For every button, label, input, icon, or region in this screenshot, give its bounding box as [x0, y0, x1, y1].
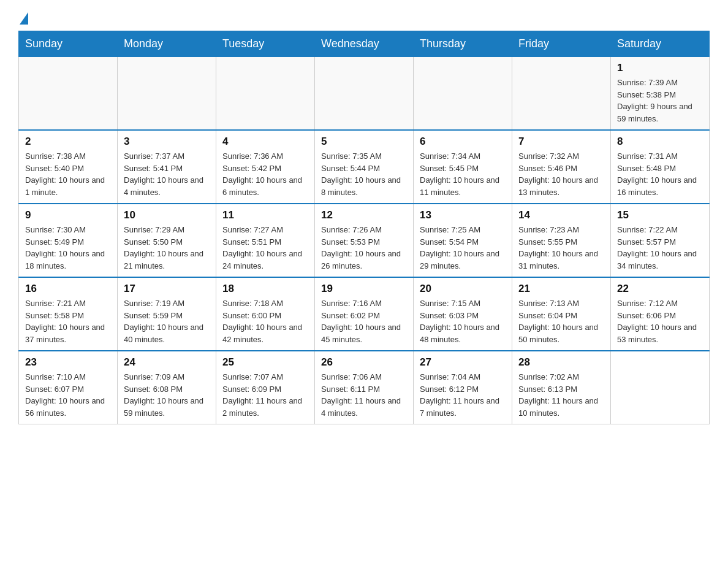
calendar-cell: 24Sunrise: 7:09 AM Sunset: 6:08 PM Dayli…: [118, 351, 216, 424]
calendar-cell: 27Sunrise: 7:04 AM Sunset: 6:12 PM Dayli…: [414, 351, 512, 424]
calendar-week-1: 1Sunrise: 7:39 AM Sunset: 5:38 PM Daylig…: [19, 57, 710, 131]
day-number: 21: [518, 283, 604, 295]
day-info: Sunrise: 7:09 AM Sunset: 6:08 PM Dayligh…: [124, 371, 210, 419]
calendar-cell: 13Sunrise: 7:25 AM Sunset: 5:54 PM Dayli…: [414, 204, 512, 277]
calendar-cell: 3Sunrise: 7:37 AM Sunset: 5:41 PM Daylig…: [118, 130, 216, 204]
calendar-cell: 21Sunrise: 7:13 AM Sunset: 6:04 PM Dayli…: [512, 277, 611, 351]
calendar-cell: 26Sunrise: 7:06 AM Sunset: 6:11 PM Dayli…: [315, 351, 414, 424]
weekday-header-sunday: Sunday: [19, 31, 118, 57]
day-number: 1: [617, 62, 703, 74]
calendar-cell: 6Sunrise: 7:34 AM Sunset: 5:45 PM Daylig…: [414, 130, 512, 204]
day-info: Sunrise: 7:04 AM Sunset: 6:12 PM Dayligh…: [420, 371, 506, 419]
day-number: 14: [518, 209, 604, 221]
weekday-header-thursday: Thursday: [414, 31, 512, 57]
calendar-cell: 1Sunrise: 7:39 AM Sunset: 5:38 PM Daylig…: [611, 57, 710, 131]
day-info: Sunrise: 7:19 AM Sunset: 5:59 PM Dayligh…: [124, 297, 210, 345]
weekday-header-monday: Monday: [118, 31, 216, 57]
calendar-cell: 28Sunrise: 7:02 AM Sunset: 6:13 PM Dayli…: [512, 351, 611, 424]
day-number: 17: [124, 283, 210, 295]
calendar-cell: 14Sunrise: 7:23 AM Sunset: 5:55 PM Dayli…: [512, 204, 611, 277]
day-info: Sunrise: 7:18 AM Sunset: 6:00 PM Dayligh…: [222, 297, 308, 345]
day-number: 2: [25, 136, 111, 148]
weekday-header-saturday: Saturday: [611, 31, 710, 57]
day-info: Sunrise: 7:39 AM Sunset: 5:38 PM Dayligh…: [617, 77, 703, 124]
day-info: Sunrise: 7:35 AM Sunset: 5:44 PM Dayligh…: [321, 150, 407, 198]
day-info: Sunrise: 7:32 AM Sunset: 5:46 PM Dayligh…: [518, 150, 604, 198]
calendar-cell: [414, 57, 512, 131]
calendar-table: SundayMondayTuesdayWednesdayThursdayFrid…: [18, 31, 710, 424]
day-number: 27: [420, 356, 506, 369]
day-number: 3: [124, 136, 210, 148]
day-info: Sunrise: 7:38 AM Sunset: 5:40 PM Dayligh…: [25, 150, 111, 198]
day-info: Sunrise: 7:12 AM Sunset: 6:06 PM Dayligh…: [617, 297, 703, 345]
calendar-cell: 11Sunrise: 7:27 AM Sunset: 5:51 PM Dayli…: [216, 204, 315, 277]
day-number: 13: [420, 209, 506, 221]
day-info: Sunrise: 7:25 AM Sunset: 5:54 PM Dayligh…: [420, 224, 506, 272]
calendar-cell: 2Sunrise: 7:38 AM Sunset: 5:40 PM Daylig…: [19, 130, 118, 204]
calendar-cell: 22Sunrise: 7:12 AM Sunset: 6:06 PM Dayli…: [611, 277, 710, 351]
calendar-week-3: 9Sunrise: 7:30 AM Sunset: 5:49 PM Daylig…: [19, 204, 710, 277]
calendar-cell: [611, 351, 710, 424]
day-number: 23: [25, 356, 111, 369]
day-number: 20: [420, 283, 506, 295]
day-info: Sunrise: 7:10 AM Sunset: 6:07 PM Dayligh…: [25, 371, 111, 419]
calendar-cell: [315, 57, 414, 131]
weekday-header-friday: Friday: [512, 31, 611, 57]
day-info: Sunrise: 7:30 AM Sunset: 5:49 PM Dayligh…: [25, 224, 111, 272]
logo-arrow-icon: [20, 12, 28, 25]
calendar-cell: 7Sunrise: 7:32 AM Sunset: 5:46 PM Daylig…: [512, 130, 611, 204]
calendar-cell: 5Sunrise: 7:35 AM Sunset: 5:44 PM Daylig…: [315, 130, 414, 204]
day-number: 8: [617, 136, 703, 148]
weekday-header-tuesday: Tuesday: [216, 31, 315, 57]
day-number: 4: [222, 136, 308, 148]
calendar-cell: 20Sunrise: 7:15 AM Sunset: 6:03 PM Dayli…: [414, 277, 512, 351]
calendar-week-5: 23Sunrise: 7:10 AM Sunset: 6:07 PM Dayli…: [19, 351, 710, 424]
calendar-cell: [216, 57, 315, 131]
day-info: Sunrise: 7:27 AM Sunset: 5:51 PM Dayligh…: [222, 224, 308, 272]
day-number: 11: [222, 209, 308, 221]
weekday-header-wednesday: Wednesday: [315, 31, 414, 57]
day-info: Sunrise: 7:21 AM Sunset: 5:58 PM Dayligh…: [25, 297, 111, 345]
day-number: 19: [321, 283, 407, 295]
day-number: 12: [321, 209, 407, 221]
day-info: Sunrise: 7:23 AM Sunset: 5:55 PM Dayligh…: [518, 224, 604, 272]
day-info: Sunrise: 7:13 AM Sunset: 6:04 PM Dayligh…: [518, 297, 604, 345]
day-number: 15: [617, 209, 703, 221]
day-number: 24: [124, 356, 210, 369]
day-info: Sunrise: 7:07 AM Sunset: 6:09 PM Dayligh…: [222, 371, 308, 419]
day-info: Sunrise: 7:29 AM Sunset: 5:50 PM Dayligh…: [124, 224, 210, 272]
calendar-cell: [512, 57, 611, 131]
day-info: Sunrise: 7:37 AM Sunset: 5:41 PM Dayligh…: [124, 150, 210, 198]
day-number: 25: [222, 356, 308, 369]
calendar-cell: 17Sunrise: 7:19 AM Sunset: 5:59 PM Dayli…: [118, 277, 216, 351]
calendar-cell: 4Sunrise: 7:36 AM Sunset: 5:42 PM Daylig…: [216, 130, 315, 204]
day-number: 5: [321, 136, 407, 148]
day-number: 6: [420, 136, 506, 148]
day-info: Sunrise: 7:22 AM Sunset: 5:57 PM Dayligh…: [617, 224, 703, 272]
day-number: 26: [321, 356, 407, 369]
calendar-cell: 10Sunrise: 7:29 AM Sunset: 5:50 PM Dayli…: [118, 204, 216, 277]
day-number: 16: [25, 283, 111, 295]
calendar-week-2: 2Sunrise: 7:38 AM Sunset: 5:40 PM Daylig…: [19, 130, 710, 204]
logo: [18, 12, 29, 25]
calendar-cell: 25Sunrise: 7:07 AM Sunset: 6:09 PM Dayli…: [216, 351, 315, 424]
weekday-header-row: SundayMondayTuesdayWednesdayThursdayFrid…: [19, 31, 710, 57]
calendar-cell: [19, 57, 118, 131]
day-number: 10: [124, 209, 210, 221]
day-number: 18: [222, 283, 308, 295]
day-number: 7: [518, 136, 604, 148]
day-info: Sunrise: 7:02 AM Sunset: 6:13 PM Dayligh…: [518, 371, 604, 419]
day-info: Sunrise: 7:15 AM Sunset: 6:03 PM Dayligh…: [420, 297, 506, 345]
calendar-cell: [118, 57, 216, 131]
calendar-cell: 15Sunrise: 7:22 AM Sunset: 5:57 PM Dayli…: [611, 204, 710, 277]
day-number: 22: [617, 283, 703, 295]
day-info: Sunrise: 7:26 AM Sunset: 5:53 PM Dayligh…: [321, 224, 407, 272]
calendar-cell: 19Sunrise: 7:16 AM Sunset: 6:02 PM Dayli…: [315, 277, 414, 351]
day-info: Sunrise: 7:06 AM Sunset: 6:11 PM Dayligh…: [321, 371, 407, 419]
calendar-cell: 8Sunrise: 7:31 AM Sunset: 5:48 PM Daylig…: [611, 130, 710, 204]
calendar-week-4: 16Sunrise: 7:21 AM Sunset: 5:58 PM Dayli…: [19, 277, 710, 351]
day-info: Sunrise: 7:36 AM Sunset: 5:42 PM Dayligh…: [222, 150, 308, 198]
day-info: Sunrise: 7:31 AM Sunset: 5:48 PM Dayligh…: [617, 150, 703, 198]
calendar-cell: 18Sunrise: 7:18 AM Sunset: 6:00 PM Dayli…: [216, 277, 315, 351]
day-number: 9: [25, 209, 111, 221]
